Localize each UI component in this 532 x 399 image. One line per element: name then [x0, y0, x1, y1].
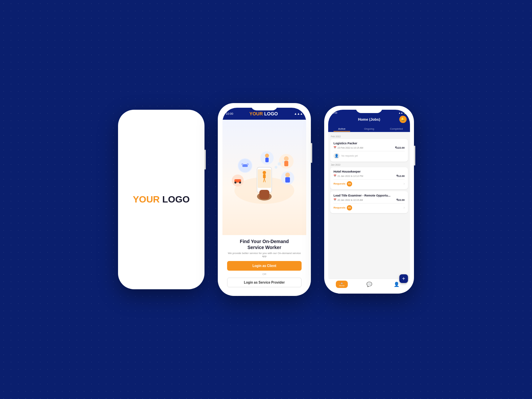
notification-bell[interactable]: 🔔 [399, 116, 407, 123]
phone3-jobs-content: Feb 2022 Logistics Packer 📅 23 Feb 2022 … [328, 132, 410, 279]
illustration-svg [228, 147, 301, 207]
job-date-row-housekeeper: 📅 21 Jan 2022 & 12:12 PM ₹12.00 [333, 175, 405, 178]
svg-rect-23 [284, 161, 288, 166]
phone-1-splash: YOUR LOGO [118, 110, 204, 289]
requests-inner: Requests 03 [333, 181, 352, 187]
job-title-logistics: Logistics Packer [333, 142, 405, 145]
month-label-feb: Feb 2022 [331, 135, 408, 138]
svg-point-28 [278, 162, 281, 166]
job-card-housekeeper[interactable]: Hotel Housekeeper 📅 21 Jan 2022 & 12:12 … [330, 167, 408, 189]
phone-3-jobs: 10:00 ▲▲ 🔋 Home (Jobs) 🔔 Active Ongoing [324, 106, 414, 294]
phone2-logo-your: YOUR [249, 111, 263, 116]
phone3-screen-title: Home (Jobs) [339, 117, 399, 121]
requests-inner-2: Requests 03 [333, 205, 352, 210]
phone2-status-time: 10:00 [226, 112, 233, 115]
svg-point-3 [263, 171, 266, 174]
svg-point-20 [239, 182, 241, 184]
phone3-navbar: 🏠 Home 💬 👤 + [328, 279, 410, 290]
requests-row-housekeeper: Requests 03 › [333, 181, 405, 187]
job-date-examiner: 📅 20 Jan 2022 & 10:15 AM [333, 199, 363, 201]
card-divider-3 [333, 203, 405, 203]
phone3-title-row: Home (Jobs) 🔔 [332, 116, 407, 123]
phones-container: YOUR LOGO 10:00 YOUR LOGO ▲▲▲ [118, 103, 414, 296]
nav-messages[interactable]: 💬 [355, 282, 383, 287]
or-divider: OR [227, 273, 302, 276]
job-date-row-examiner: 📅 20 Jan 2022 & 10:15 AM ₹22.00 [333, 199, 405, 201]
phone-2-landing: 10:00 YOUR LOGO ▲▲▲ [218, 103, 311, 296]
job-card-logistics[interactable]: Logistics Packer 📅 23 Feb 2022 & 10:15 A… [330, 139, 408, 162]
job-title-examiner: Lead Title Examiner - Remote Opportu... [333, 194, 405, 197]
requests-badge-housekeeper: 03 [347, 181, 352, 187]
job-date-logistics: 📅 23 Feb 2022 & 10:15 AM [333, 146, 363, 149]
phone3-tabs: Active Ongoing Completed [328, 126, 410, 132]
svg-point-13 [247, 163, 249, 165]
svg-point-12 [241, 163, 243, 165]
no-requests-row: 👤 No requests yet [333, 153, 405, 159]
chevron-right-icon-1: › [404, 182, 405, 186]
tab-completed[interactable]: Completed [383, 126, 410, 132]
nav-home[interactable]: 🏠 Home [328, 281, 355, 288]
job-price-examiner: ₹22.00 [396, 199, 405, 201]
svg-point-25 [285, 173, 290, 177]
chevron-right-icon-2: › [404, 206, 405, 209]
fab-add-button[interactable]: + [399, 274, 408, 283]
svg-rect-4 [263, 174, 266, 178]
phone2-header: 10:00 YOUR LOGO ▲▲▲ [222, 108, 306, 120]
job-date-housekeeper: 📅 21 Jan 2022 & 12:12 PM [333, 175, 363, 177]
phone-3-screen: 10:00 ▲▲ 🔋 Home (Jobs) 🔔 Active Ongoing [328, 110, 410, 290]
avatar-icon: 👤 [333, 153, 339, 159]
job-card-examiner[interactable]: Lead Title Examiner - Remote Opportu... … [330, 191, 408, 213]
svg-point-27 [275, 166, 277, 169]
requests-label-examiner: Requests [333, 206, 345, 209]
svg-rect-16 [265, 158, 269, 162]
phone3-status-bar: 10:00 ▲▲ 🔋 [332, 112, 407, 114]
phone2-illustration [222, 120, 306, 235]
calendar-icon-2: 📅 [333, 175, 336, 177]
job-price-logistics: ₹122.00 [395, 146, 405, 149]
login-as-provider-button[interactable]: Login as Service Provider [227, 278, 302, 287]
calendar-icon: 📅 [333, 146, 336, 149]
card-divider-2 [333, 179, 405, 180]
phone2-subtitle: We provide better service for you with o… [227, 252, 302, 258]
phone2-logo-logo: LOGO [264, 111, 278, 116]
job-price-housekeeper: ₹12.00 [396, 175, 405, 178]
profile-icon: 👤 [394, 282, 399, 287]
tab-ongoing[interactable]: Ongoing [355, 126, 383, 132]
phone3-signal: ▲▲ 🔋 [398, 112, 407, 114]
calendar-icon-3: 📅 [333, 199, 336, 201]
requests-row-examiner: Requests 03 › [333, 205, 405, 210]
home-icon: 🏠 [340, 282, 343, 284]
svg-rect-26 [285, 177, 290, 183]
job-date-row-logistics: 📅 23 Feb 2022 & 10:15 AM ₹122.00 [333, 146, 405, 149]
requests-label-housekeeper: Requests [333, 182, 345, 185]
phone2-bottom: Find Your On-Demand Service Worker We pr… [222, 235, 306, 291]
svg-point-29 [282, 161, 284, 163]
month-label-jan: Jan 2022 [331, 164, 408, 166]
card-divider [333, 151, 405, 151]
tab-active[interactable]: Active [328, 126, 355, 132]
phone-1-screen: YOUR LOGO [123, 114, 200, 285]
logo-your-text: YOUR [133, 194, 160, 204]
phone2-signal-icons: ▲▲▲ [294, 112, 303, 115]
nav-home-btn[interactable]: 🏠 Home [336, 281, 348, 288]
requests-badge-examiner: 03 [347, 205, 352, 210]
svg-point-22 [284, 156, 289, 161]
login-as-client-button[interactable]: Login as Client [227, 261, 302, 271]
svg-rect-8 [259, 190, 269, 199]
phone-2-screen: 10:00 YOUR LOGO ▲▲▲ [222, 108, 306, 291]
messages-icon: 💬 [366, 282, 372, 287]
svg-point-15 [265, 154, 269, 158]
splash-logo: YOUR LOGO [133, 194, 190, 205]
logo-logo-text: LOGO [162, 194, 190, 204]
svg-point-19 [234, 182, 236, 184]
phone3-time: 10:00 [332, 112, 337, 114]
job-title-housekeeper: Hotel Housekeeper [333, 170, 405, 173]
phone3-header: 10:00 ▲▲ 🔋 Home (Jobs) 🔔 [328, 110, 410, 126]
phone2-main-title: Find Your On-Demand Service Worker [227, 238, 302, 250]
